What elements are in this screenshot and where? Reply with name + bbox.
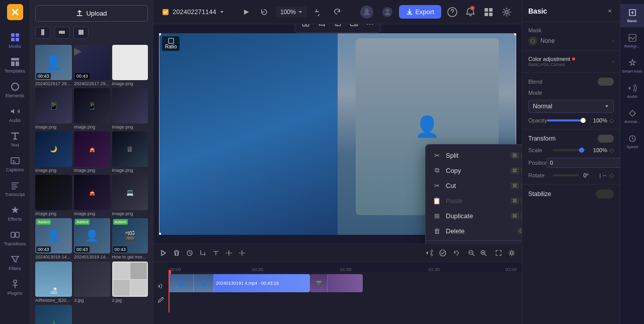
timeline-zoom-in-btn[interactable] xyxy=(478,248,489,258)
menu-divider xyxy=(426,240,522,241)
timeline-settings-btn[interactable] xyxy=(507,248,517,258)
media-thumb[interactable]: 🎬 Added 00:43 xyxy=(112,218,148,253)
context-menu-duplicate[interactable]: ⊞ Duplicate ⌘D xyxy=(426,208,522,223)
media-thumb[interactable] xyxy=(35,175,72,210)
tab-square[interactable] xyxy=(73,27,89,39)
project-name[interactable]: 202402271144 xyxy=(162,8,224,16)
timeline-delete-btn[interactable] xyxy=(172,248,182,258)
scale-slider[interactable] xyxy=(552,149,586,151)
media-thumb[interactable]: 🌙 xyxy=(35,132,72,167)
sidebar-item-effects[interactable]: Effects xyxy=(0,201,30,226)
timeline-zoom-out-btn[interactable] xyxy=(466,248,476,258)
timeline-edit-btn[interactable] xyxy=(156,295,166,305)
tab-landscape[interactable] xyxy=(54,27,69,39)
timeline-clip-second[interactable]: 🎬 xyxy=(310,274,363,292)
sidebar-item-filters[interactable]: Filters xyxy=(0,250,30,275)
media-thumb[interactable] xyxy=(112,88,148,123)
tab-portrait[interactable] xyxy=(35,27,50,39)
toolbar-transform-btn[interactable] xyxy=(332,24,345,30)
upload-button[interactable]: Upload xyxy=(35,5,148,22)
opacity-reset-icon[interactable]: ◇ xyxy=(609,117,614,124)
right-sidebar-item-smart-tools[interactable]: Smart tools xyxy=(620,54,644,78)
right-sidebar-item-speed[interactable]: Speed xyxy=(620,130,644,153)
media-thumb[interactable]: 👤 Added 00:43 xyxy=(74,218,110,253)
help-button[interactable] xyxy=(445,5,459,19)
sidebar-item-text[interactable]: Text xyxy=(0,127,30,152)
sidebar-item-transcript[interactable]: Transcript xyxy=(0,176,30,201)
toolbar-more-btn[interactable]: ••• xyxy=(364,24,376,30)
blend-mode-select[interactable]: Normal xyxy=(528,100,614,113)
right-sidebar-item-animation[interactable]: Animat... xyxy=(620,105,644,128)
right-sidebar-item-basic[interactable]: Basic xyxy=(620,4,644,27)
timeline-split-left-btn[interactable] xyxy=(224,248,234,258)
zoom-control[interactable]: 100% xyxy=(276,7,307,18)
blend-toggle[interactable] xyxy=(598,78,614,86)
timeline-clip-main[interactable]: 👤 👤 20240130191 4.mp4 · 00:43:16 xyxy=(169,274,310,292)
media-thumb[interactable]: 🏖 xyxy=(35,262,72,297)
timeline-aidub-btn[interactable] xyxy=(437,247,448,258)
timeline-audio-btn[interactable] xyxy=(424,248,434,258)
sidebar-item-templates[interactable]: Templates xyxy=(0,53,30,78)
stabilize-toggle[interactable] xyxy=(596,189,614,199)
media-name: image.png xyxy=(112,81,148,86)
opacity-slider[interactable] xyxy=(547,119,586,121)
media-thumb[interactable]: 🎪 xyxy=(74,175,110,210)
timeline-vol-btn[interactable] xyxy=(156,281,166,291)
transform-toggle[interactable] xyxy=(598,135,614,143)
right-sidebar-item-audio[interactable]: Audio xyxy=(620,80,644,103)
timeline-speed-btn[interactable] xyxy=(185,248,195,258)
user-button[interactable] xyxy=(380,5,395,20)
right-sidebar-item-background[interactable]: Backgr... xyxy=(620,29,644,52)
media-thumb[interactable]: 👤 00:43 xyxy=(35,45,72,80)
media-thumb[interactable] xyxy=(112,262,148,297)
context-menu-copy[interactable]: ⧉ Copy ⌘C xyxy=(426,163,522,178)
timeline-text-btn[interactable] xyxy=(211,248,221,258)
rotate-reset-icon[interactable]: ◇ xyxy=(609,172,614,179)
play-button[interactable] xyxy=(239,6,252,19)
context-menu-replace[interactable]: ↺ Replace xyxy=(426,243,522,243)
sidebar-item-elements[interactable]: Elements xyxy=(0,78,30,102)
timeline-cursor-btn[interactable] xyxy=(158,248,169,258)
media-thumb[interactable]: 💻 xyxy=(112,175,148,210)
context-menu-cut[interactable]: ✂ Cut ⌘X xyxy=(426,178,522,193)
toolbar-crop-btn[interactable] xyxy=(315,24,329,30)
zoom-level: 100% xyxy=(280,9,296,16)
timeline-crop-btn[interactable] xyxy=(198,248,208,258)
settings-button[interactable] xyxy=(500,5,514,19)
redo-button[interactable] xyxy=(331,6,343,18)
timeline-toolbar xyxy=(153,244,522,262)
scale-reset-icon[interactable]: ◇ xyxy=(609,147,614,154)
export-button[interactable]: Export xyxy=(399,5,441,19)
media-thumb[interactable]: 📱 xyxy=(74,88,110,123)
toolbar-fit-btn[interactable] xyxy=(299,24,312,30)
media-thumb[interactable]: 👤 Added 00:43 xyxy=(35,218,72,253)
context-menu-split[interactable]: ✂ Split ⌘B xyxy=(426,148,522,163)
rotate-flip-icon[interactable]: ↔ xyxy=(602,172,607,178)
sidebar-item-transitions[interactable]: Transitions xyxy=(0,226,30,250)
context-menu-delete[interactable]: 🗑 Delete ⌫ xyxy=(426,223,522,238)
media-thumb[interactable]: ♪ 00:01 xyxy=(35,305,72,324)
replay-button[interactable] xyxy=(258,6,270,18)
sidebar-item-plugins[interactable]: Plugins xyxy=(0,275,30,300)
sidebar-item-captions[interactable]: Captions xyxy=(0,152,30,176)
toolbar-pip-btn[interactable] xyxy=(348,24,361,30)
rotate-slider[interactable] xyxy=(552,174,579,176)
media-thumb[interactable]: 🖥 xyxy=(112,132,148,167)
ratio-button[interactable]: Ratio xyxy=(162,36,180,51)
right-panel-close-btn[interactable]: × xyxy=(606,5,614,17)
timeline-loop-btn[interactable] xyxy=(451,248,461,258)
media-thumb[interactable]: 🎪 xyxy=(74,132,110,167)
sidebar-item-media[interactable]: Media xyxy=(0,28,30,53)
media-thumb[interactable] xyxy=(112,45,148,80)
media-thumb[interactable]: ▶ 00:43 xyxy=(74,45,110,80)
media-thumb[interactable] xyxy=(74,262,110,297)
timeline-split-right-btn[interactable] xyxy=(237,248,247,258)
position-x-input[interactable] xyxy=(546,158,623,168)
sidebar-item-audio[interactable]: Audio xyxy=(0,102,30,127)
svg-rect-0 xyxy=(11,33,15,37)
media-thumb[interactable]: 📱 xyxy=(35,88,72,123)
timeline-fullscreen-btn[interactable] xyxy=(494,248,504,258)
layout-button[interactable] xyxy=(481,5,496,19)
avatar-button[interactable] xyxy=(358,3,376,21)
undo-button[interactable] xyxy=(313,6,325,18)
